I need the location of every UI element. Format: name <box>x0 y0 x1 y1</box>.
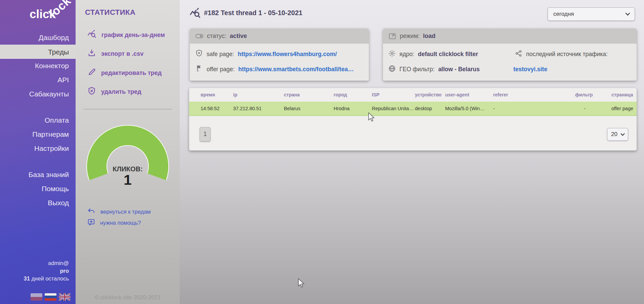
row-label: ГЕО фильтр: <box>399 66 434 73</box>
mode-card-body: ядро:default clicklock filterГЕО фильтр:… <box>383 44 637 81</box>
table-cell-6: Mozilla/5.0 (Win… <box>445 101 493 116</box>
page-size-value: 20 <box>611 131 617 138</box>
row-link[interactable]: https://www.flowers4hamburg.com/ <box>238 51 337 58</box>
column-header-5: устройство <box>415 88 445 101</box>
table-cell-4: Republican Unita… <box>372 101 415 116</box>
sidebar-item-dashboard[interactable]: Дашборд <box>0 31 76 45</box>
column-header-1: ip <box>233 88 284 101</box>
column-header-0: время <box>189 88 233 101</box>
link-label: нужна помощь? <box>100 220 141 226</box>
sidebar-item-logout[interactable]: Выход <box>0 196 76 210</box>
table-cell-8: - <box>575 101 611 116</box>
launch-icon <box>388 32 396 40</box>
chevron-down-icon <box>620 133 625 136</box>
language-switcher <box>31 293 71 301</box>
column-header-3: город <box>334 88 372 101</box>
copyright-footer: © clicklock.site 2020-2021 <box>76 294 180 301</box>
column-header-9: страница <box>611 88 637 101</box>
sidebar-item-connector[interactable]: Коннектор <box>0 59 76 73</box>
sidebar-item-threads[interactable]: Треды <box>0 45 76 59</box>
account-email: admin@ <box>24 259 69 267</box>
table-header-row: времяipстранагородISPустройствоuser-agen… <box>189 88 637 101</box>
mode-row-last-traffic-source: последний источник трафика: <box>515 49 608 59</box>
pencil-icon <box>87 68 96 78</box>
table-row[interactable]: 14:58:5237.212.80.51BelarusHrodnaRepubli… <box>189 101 637 116</box>
row-value: default clicklock filter <box>418 51 478 58</box>
stats-panel: СТАТИСТИКА график день-за-днемэкспорт в … <box>76 0 180 304</box>
table-cell-7: - <box>493 101 575 116</box>
clicklock-app: { "colors": { "accent_purple": "#7a4fab"… <box>0 0 644 304</box>
download-icon <box>87 49 96 59</box>
uk-flag-icon[interactable] <box>59 293 71 301</box>
main-content: #182 Test thread 1 - 05-10-2021 сегодня … <box>180 0 644 304</box>
status-card: статус: active safe page:https://www.flo… <box>190 29 369 81</box>
chart-search-icon <box>87 30 96 40</box>
add-comment-icon <box>87 218 95 227</box>
share-icon <box>515 50 522 59</box>
menu-item-edit-thread[interactable]: редактировать тред <box>87 67 162 79</box>
chevron-down-icon <box>625 12 630 16</box>
sidebar: clicklock ДашбордТредыКоннекторAPIСабака… <box>0 0 76 304</box>
status-value: active <box>230 33 247 40</box>
sidebar-item-subaccounts[interactable]: Сабакаунты <box>0 87 76 101</box>
account-info: admin@ pro 31 дней осталось <box>24 259 69 283</box>
flag-icon <box>195 64 203 74</box>
mode-value: load <box>423 33 435 40</box>
menu-item-export-csv[interactable]: экспорт в .csv <box>87 48 143 60</box>
table-cell-3: Hrodna <box>334 101 372 116</box>
table-cell-5: desktop <box>415 101 445 116</box>
menu-item-label: график день-за-днем <box>101 32 165 39</box>
menu-item-label: редактировать тред <box>101 70 162 77</box>
status-label: статус: <box>207 33 226 40</box>
clicklock-logo[interactable]: clicklock <box>30 7 81 21</box>
menu-item-chart-day-by-day[interactable]: график день-за-днем <box>87 29 165 41</box>
russia-flag-icon[interactable] <box>45 293 56 301</box>
menu-item-label: удалить тред <box>101 88 141 95</box>
mode-label: режим: <box>400 33 420 40</box>
mode-row-core: ядро:default clicklock filter <box>388 49 478 59</box>
sidebar-item-help[interactable]: Помощь <box>0 182 76 196</box>
row-label: ядро: <box>399 51 414 58</box>
row-label: последний источник трафика: <box>526 51 608 58</box>
row-value: allow - Belarus <box>438 66 480 73</box>
table-cell-1: 37.212.80.51 <box>233 101 284 116</box>
shield-x-icon <box>87 87 96 97</box>
sidebar-item-settings[interactable]: Настройки <box>0 141 76 156</box>
account-days-left: 31 дней осталось <box>24 275 69 283</box>
link-need-help[interactable]: нужна помощь? <box>87 218 141 227</box>
row-link[interactable]: https://www.smartbets.com/football/tea… <box>238 66 354 73</box>
page-size-select[interactable]: 20 <box>607 128 628 141</box>
column-header-4: ISP <box>372 88 415 101</box>
menu-item-delete-thread[interactable]: удалить тред <box>87 86 141 98</box>
mode-card: режим: load ядро:default clicklock filte… <box>383 29 637 81</box>
account-plan: pro <box>24 267 69 275</box>
sidebar-item-knowledge-base[interactable]: База знаний <box>0 168 76 182</box>
stats-divider <box>83 109 172 110</box>
visits-table: времяipстранагородISPустройствоuser-agen… <box>189 88 637 116</box>
poland-flag-icon[interactable] <box>31 293 42 301</box>
menu-item-label: экспорт в .csv <box>101 50 143 57</box>
table-cell-2: Belarus <box>284 101 334 116</box>
status-card-header: статус: active <box>190 29 369 44</box>
link-back-to-threads[interactable]: вернуться к тредам <box>87 207 151 216</box>
gauge-value: 1 <box>86 172 169 188</box>
sidebar-item-api[interactable]: API <box>0 73 76 87</box>
period-select[interactable]: сегодня <box>548 7 635 21</box>
status-row-safe-page: safe page:https://www.flowers4hamburg.co… <box>195 49 337 59</box>
table-cell-9: offer page <box>611 101 637 116</box>
status-row-offer-page: offer page:https://www.smartbets.com/foo… <box>195 64 354 74</box>
column-header-7: referer <box>493 88 575 101</box>
undo-icon <box>87 207 95 217</box>
traffic-source-link[interactable]: testovyi.site <box>513 66 547 73</box>
shield-star-icon <box>195 49 203 59</box>
page-1-button[interactable]: 1 <box>200 127 211 141</box>
mode-card-header: режим: load <box>383 29 637 44</box>
table-cell-0: 14:58:52 <box>189 101 233 116</box>
visits-table-card: времяipстранагородISPустройствоuser-agen… <box>189 88 637 150</box>
row-label: safe page: <box>207 51 234 58</box>
sidebar-item-partners[interactable]: Партнерам <box>0 127 76 141</box>
mode-row-geo-filter: ГЕО фильтр:allow - Belarus <box>388 64 480 74</box>
sidebar-item-payment[interactable]: Оплата <box>0 113 76 127</box>
row-label: offer page: <box>207 66 234 73</box>
chart-search-icon <box>189 7 201 20</box>
